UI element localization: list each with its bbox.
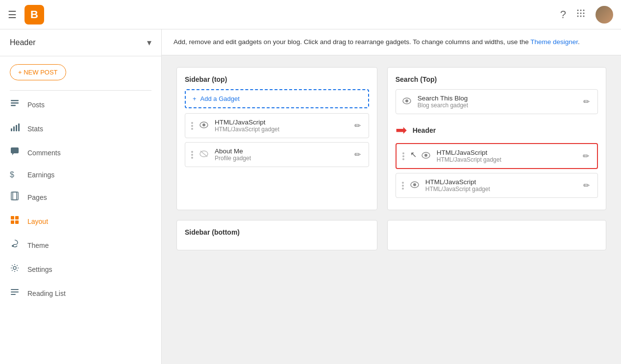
gadget-subtitle-html-js-header: HTML/JavaScript gadget: [437, 156, 576, 163]
theme-label: Theme: [27, 242, 49, 249]
sidebar: Header ▾ + NEW POST Posts Stats Comm: [0, 29, 162, 364]
header-section-label: Header: [413, 126, 436, 134]
svg-point-2: [583, 10, 585, 11]
svg-rect-14: [16, 125, 17, 131]
reading-list-icon: [10, 287, 21, 299]
eye-icon-html-js-header-2[interactable]: [410, 180, 421, 191]
svg-point-4: [580, 13, 582, 14]
avatar[interactable]: [596, 6, 613, 24]
theme-icon: [10, 239, 21, 251]
drag-handle-html-js-header[interactable]: [402, 152, 404, 160]
bottom-columns-row: Sidebar (bottom): [176, 220, 606, 250]
gadget-item-search-this-blog[interactable]: Search This Blog Blog search gadget ✏: [396, 89, 598, 114]
gadget-item-about-me[interactable]: About Me Profile gadget ✏: [185, 142, 369, 167]
sidebar-item-reading-list[interactable]: Reading List: [0, 281, 161, 305]
drag-handle-about-me[interactable]: [191, 151, 193, 159]
add-gadget-plus-icon: +: [193, 95, 197, 102]
hamburger-icon[interactable]: ☰: [8, 9, 17, 21]
svg-rect-18: [13, 192, 18, 200]
svg-rect-17: [11, 192, 17, 200]
svg-point-1: [580, 10, 582, 11]
content-header: Add, remove and edit gadgets on your blo…: [162, 29, 621, 55]
svg-rect-19: [11, 216, 14, 219]
svg-rect-12: [11, 128, 12, 131]
svg-point-29: [202, 123, 205, 126]
svg-point-6: [577, 16, 579, 17]
svg-rect-21: [11, 220, 14, 224]
topbar-left: ☰ B: [8, 5, 44, 24]
help-icon[interactable]: ?: [560, 8, 566, 21]
pages-label: Pages: [27, 194, 47, 201]
edit-icon-html-js-header[interactable]: ✏: [581, 149, 591, 163]
main-layout: Header ▾ + NEW POST Posts Stats Comm: [0, 29, 621, 364]
eye-icon-html-js-header[interactable]: [421, 151, 432, 161]
edit-icon-about-me[interactable]: ✏: [352, 148, 363, 161]
drag-handle-html-js-header-2[interactable]: [402, 182, 404, 190]
comments-label: Comments: [27, 149, 61, 157]
gadget-info-html-js-header-2: HTML/JavaScript HTML/JavaScript gadget: [425, 178, 576, 193]
svg-rect-10: [11, 102, 19, 104]
gadget-title-html-js-header: HTML/JavaScript: [437, 149, 576, 156]
edit-icon-search[interactable]: ✏: [581, 95, 592, 108]
gadget-title-html-js-1: HTML/JavaScript: [215, 119, 348, 126]
top-columns-row: Sidebar (top) + Add a Gadget: [176, 67, 606, 210]
gadget-subtitle-about-me: Profile gadget: [215, 155, 348, 162]
gadget-item-html-js-header-2[interactable]: HTML/JavaScript HTML/JavaScript gadget ✏: [396, 173, 598, 198]
sidebar-item-stats[interactable]: Stats: [0, 117, 161, 141]
edit-icon-html-js-header-2[interactable]: ✏: [581, 179, 592, 192]
sidebar-item-settings[interactable]: Settings: [0, 257, 161, 281]
new-post-label: + NEW POST: [18, 69, 58, 76]
svg-point-23: [12, 245, 14, 247]
sidebar-item-layout[interactable]: Layout: [0, 209, 161, 233]
eye-icon-html-js-1[interactable]: [199, 121, 210, 131]
pages-icon: [10, 191, 21, 203]
topbar-right: ?: [560, 6, 613, 24]
header-section-label-row: ➡ Header: [396, 122, 598, 138]
content-description-end: .: [578, 38, 580, 46]
eye-icon-search[interactable]: [402, 97, 413, 107]
svg-point-33: [405, 99, 408, 102]
blogger-logo[interactable]: B: [25, 5, 44, 24]
svg-point-37: [413, 183, 416, 186]
sidebar-divider: [10, 90, 151, 91]
drag-handle-html-js-1[interactable]: [191, 122, 193, 130]
sidebar-header-dropdown-icon[interactable]: ▾: [147, 37, 151, 48]
theme-designer-link[interactable]: Theme designer: [530, 38, 578, 46]
svg-rect-26: [11, 291, 19, 292]
svg-rect-13: [13, 126, 15, 131]
sidebar-item-posts[interactable]: Posts: [0, 93, 161, 117]
new-post-button[interactable]: + NEW POST: [10, 64, 66, 80]
sidebar-item-theme[interactable]: Theme: [0, 233, 161, 257]
content-description: Add, remove and edit gadgets on your blo…: [174, 38, 530, 46]
gadget-info-search: Search This Blog Blog search gadget: [418, 95, 576, 109]
posts-icon: [10, 98, 21, 111]
gadget-item-html-js-1[interactable]: HTML/JavaScript HTML/JavaScript gadget ✏: [185, 113, 369, 138]
sidebar-item-comments[interactable]: Comments: [0, 141, 161, 165]
search-top-title: Search (Top): [396, 75, 598, 83]
gadget-title-about-me: About Me: [215, 147, 348, 155]
red-arrow-icon: ➡: [396, 122, 407, 138]
gadget-info-about-me: About Me Profile gadget: [215, 147, 348, 162]
add-gadget-button[interactable]: + Add a Gadget: [185, 89, 369, 108]
comments-icon: [10, 146, 21, 159]
edit-icon-html-js-1[interactable]: ✏: [352, 119, 363, 132]
layout-canvas: Sidebar (top) + Add a Gadget: [162, 55, 621, 364]
gadget-subtitle-html-js-header-2: HTML/JavaScript gadget: [425, 186, 576, 193]
gadget-info-html-js-1: HTML/JavaScript HTML/JavaScript gadget: [215, 119, 348, 133]
sidebar-item-pages[interactable]: Pages: [0, 185, 161, 209]
gadget-subtitle-html-js-1: HTML/JavaScript gadget: [215, 126, 348, 133]
gadget-item-html-js-header[interactable]: ↖ HTML/JavaScript HTML/JavaScript gadget…: [396, 143, 598, 169]
grid-icon[interactable]: [576, 8, 586, 21]
sidebar-item-earnings[interactable]: $ Earnings: [0, 165, 161, 185]
svg-rect-25: [11, 289, 19, 290]
svg-point-5: [583, 13, 585, 14]
svg-point-35: [424, 154, 427, 157]
svg-rect-16: [11, 147, 19, 153]
reading-list-label: Reading List: [27, 290, 66, 297]
earnings-icon: $: [10, 170, 21, 179]
svg-rect-11: [11, 105, 16, 106]
sidebar-header-title: Header: [10, 38, 35, 47]
gadget-title-html-js-header-2: HTML/JavaScript: [425, 178, 576, 186]
svg-point-24: [13, 267, 16, 269]
eye-icon-about-me[interactable]: [199, 149, 210, 160]
